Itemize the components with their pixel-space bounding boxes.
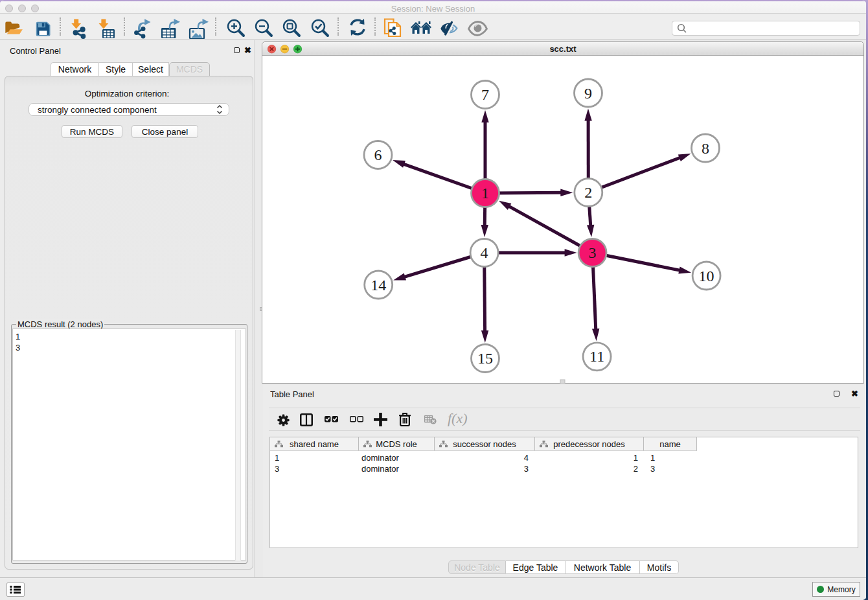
svg-text:10: 10 <box>699 268 714 284</box>
svg-text:15: 15 <box>477 350 493 367</box>
svg-text:11: 11 <box>589 348 604 365</box>
svg-text:6: 6 <box>374 146 382 163</box>
svg-text:3: 3 <box>589 244 597 261</box>
svg-text:4: 4 <box>481 244 488 261</box>
svg-text:1: 1 <box>481 185 489 202</box>
svg-text:8: 8 <box>702 140 709 157</box>
svg-text:14: 14 <box>371 277 386 294</box>
svg-text:9: 9 <box>584 85 592 102</box>
svg-text:2: 2 <box>584 184 592 201</box>
svg-text:7: 7 <box>481 86 489 103</box>
